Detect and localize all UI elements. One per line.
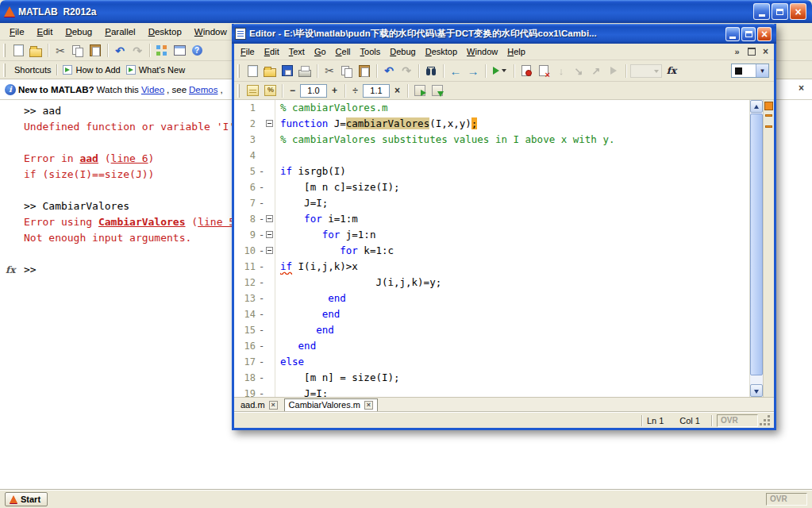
undo-icon[interactable] — [381, 64, 397, 79]
code-line[interactable]: function J=cambiarValores(I,x,y); — [275, 116, 749, 132]
start-button[interactable]: Start — [5, 492, 48, 506]
fold-collapse-icon[interactable] — [266, 215, 273, 222]
close-button[interactable] — [790, 3, 806, 20]
error-link-aad[interactable]: aad — [79, 152, 98, 164]
breakpoint-margin[interactable]: - — [258, 259, 265, 275]
restore-button[interactable] — [772, 3, 788, 20]
scroll-down-button[interactable] — [750, 384, 763, 397]
menu-edit[interactable]: Edit — [31, 25, 60, 38]
divide-button[interactable]: ÷ — [349, 84, 361, 97]
shortcut-how-to-add[interactable]: How to Add — [63, 65, 120, 75]
code-line[interactable]: if isrgb(I) — [275, 164, 749, 179]
undock-icon[interactable] — [745, 46, 757, 58]
menu-go[interactable]: Go — [310, 45, 331, 58]
breakpoint-margin[interactable]: - — [258, 164, 265, 179]
copy-icon[interactable] — [70, 43, 86, 58]
fold-collapse-icon[interactable] — [266, 247, 273, 254]
vertical-scrollbar[interactable] — [749, 100, 763, 397]
minimize-button[interactable] — [753, 3, 770, 20]
breakpoint-margin[interactable]: - — [258, 179, 265, 195]
menu-file[interactable]: File — [236, 45, 260, 58]
toolbar-handle[interactable] — [237, 84, 240, 98]
menu-help[interactable]: Help — [502, 45, 530, 58]
new-file-icon[interactable] — [244, 64, 260, 79]
breakpoint-margin[interactable]: - — [258, 370, 265, 386]
menu-parallel[interactable]: Parallel — [98, 25, 141, 38]
code-line[interactable]: % cambiarValores.m — [275, 100, 749, 116]
close-tab-icon[interactable] — [364, 401, 373, 410]
menu-window[interactable]: Window — [462, 45, 502, 58]
scroll-up-button[interactable] — [750, 100, 763, 113]
toolbar-handle[interactable] — [3, 44, 6, 57]
code-line[interactable]: J(i,j,k)=y; — [275, 275, 749, 291]
breakpoint-margin[interactable]: - — [258, 354, 265, 370]
code-line[interactable]: end — [275, 338, 749, 354]
error-link-line5[interactable]: line 5 — [198, 216, 235, 228]
copy-icon[interactable] — [339, 64, 355, 79]
increment-value-input[interactable] — [300, 84, 327, 98]
close-tab-icon[interactable] — [269, 401, 278, 410]
new-file-icon[interactable] — [10, 43, 26, 58]
breakpoint-margin[interactable]: - — [258, 275, 265, 291]
error-link-line6[interactable]: line 6 — [111, 152, 148, 164]
multiply-button[interactable]: × — [391, 84, 403, 97]
maximize-button[interactable] — [741, 27, 756, 41]
toolbar-handle[interactable] — [3, 64, 6, 77]
info-icon[interactable] — [447, 83, 463, 98]
function-hint-icon[interactable]: fx — [6, 262, 15, 278]
help-icon[interactable] — [189, 43, 205, 58]
menu-edit[interactable]: Edit — [260, 45, 284, 58]
go-back-icon[interactable] — [448, 64, 464, 79]
mlint-status-icon[interactable] — [764, 102, 773, 110]
code-line[interactable]: [m n] = size(I); — [275, 370, 749, 386]
menu-tools[interactable]: Tools — [356, 45, 386, 58]
editor-title-bar[interactable]: Editor - E:\毕设\matlab\pudn下载的水印代码\基于DCT变… — [232, 24, 776, 44]
open-file-icon[interactable] — [28, 43, 44, 58]
go-forward-icon[interactable] — [465, 64, 481, 79]
menu-debug[interactable]: Debug — [59, 25, 98, 38]
breakpoint-margin[interactable]: - — [258, 243, 265, 259]
multiply-value-input[interactable] — [363, 84, 390, 98]
banner-close-icon[interactable] — [795, 83, 807, 94]
resize-grip[interactable] — [760, 415, 771, 426]
menu-cell[interactable]: Cell — [331, 45, 356, 58]
evaluate-cell-advance-icon[interactable] — [429, 83, 445, 98]
main-title-bar[interactable]: MATLAB R2012a — [0, 0, 812, 23]
menu-window[interactable]: Window — [188, 25, 233, 38]
fold-collapse-icon[interactable] — [266, 231, 273, 238]
function-hint-icon[interactable] — [664, 64, 679, 79]
breakpoint-margin[interactable]: - — [258, 306, 265, 322]
code-line[interactable]: for j=1:n — [275, 227, 749, 243]
save-icon[interactable] — [279, 64, 295, 79]
breakpoint-margin[interactable]: - — [258, 338, 265, 354]
error-link-cambiarvalores[interactable]: CambiarValores — [98, 216, 186, 228]
scrollbar-thumb[interactable] — [750, 114, 763, 375]
tab-cambiarvalores-m[interactable]: CambiarValores.m — [284, 398, 378, 412]
tab-aad-m[interactable]: aad.m — [237, 398, 282, 412]
cell-markup-icon[interactable] — [262, 83, 278, 98]
code-line[interactable]: % cambiarValores substitutes values in I… — [275, 132, 749, 148]
close-file-icon[interactable] — [760, 46, 772, 58]
code-line[interactable]: [m n c]=size(I); — [275, 179, 749, 195]
increment-button[interactable]: + — [329, 84, 341, 97]
mlint-warning-marker[interactable] — [765, 114, 772, 117]
code-line[interactable]: for k=1:c — [275, 243, 749, 259]
breakpoint-margin[interactable]: - — [258, 227, 265, 243]
guide-icon[interactable] — [171, 43, 187, 58]
breakpoint-margin[interactable]: - — [258, 291, 265, 306]
demos-link[interactable]: Demos — [189, 85, 217, 94]
code-line[interactable]: J=I; — [275, 195, 749, 211]
code-line[interactable] — [275, 148, 749, 164]
menu-desktop[interactable]: Desktop — [421, 45, 462, 58]
code-line[interactable]: end — [275, 291, 749, 306]
find-icon[interactable] — [423, 64, 439, 79]
breakpoint-margin[interactable]: - — [258, 195, 265, 211]
cut-icon[interactable] — [321, 64, 337, 79]
dock-combo-icon[interactable] — [731, 64, 769, 78]
code-area[interactable]: 1% cambiarValores.m2function J=cambiarVa… — [234, 100, 749, 397]
menu-debug[interactable]: Debug — [385, 45, 420, 58]
print-icon[interactable] — [297, 64, 313, 79]
code-line[interactable]: if I(i,j,k)>x — [275, 259, 749, 275]
code-line[interactable]: for i=1:m — [275, 211, 749, 227]
paste-icon[interactable] — [356, 64, 372, 79]
